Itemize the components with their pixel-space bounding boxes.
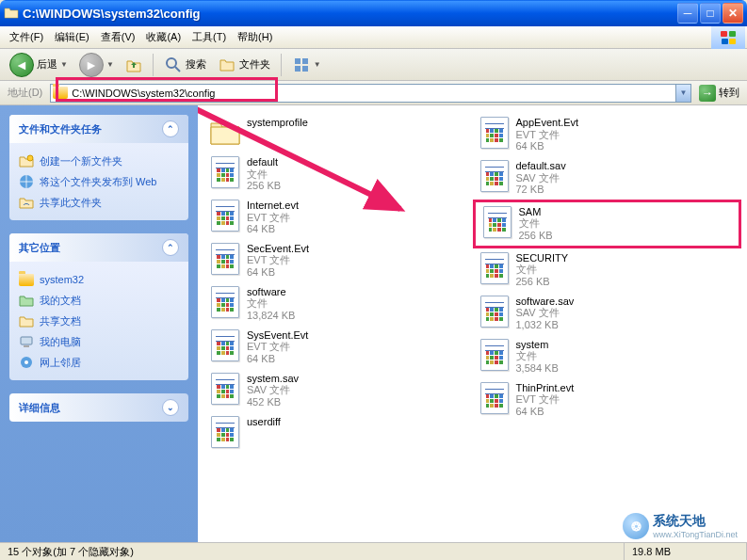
file-item[interactable]: SAM文件256 KB [473,200,742,248]
file-type: EVT 文件 [247,341,308,353]
task-item-2[interactable]: 共享此文件夹 [19,192,179,213]
status-size: 19.8 MB [625,543,747,560]
file-name: system [516,339,559,351]
details-panel: 详细信息 ⌄ [9,393,188,422]
other-item-2[interactable]: 共享文档 [19,311,179,331]
other-item-3[interactable]: 我的电脑 [19,331,179,352]
chevron-down-icon: ▼ [314,60,321,69]
menu-edit[interactable]: 编辑(E) [49,27,95,47]
svg-rect-8 [21,337,32,344]
task-panel-header[interactable]: 文件和文件夹任务 ⌃ [9,115,188,143]
file-type: SAV 文件 [516,172,566,184]
file-icon [480,339,509,371]
file-name: Internet.evt [247,200,299,212]
file-type: 文件 [516,264,569,276]
file-item[interactable]: userdiff [203,412,473,452]
minimize-button[interactable]: ─ [677,3,698,24]
file-item[interactable]: default文件256 KB [203,152,473,196]
task-item-1[interactable]: 将这个文件夹发布到 Web [19,171,179,192]
watermark: ❂ 系统天地 www.XiTongTianDi.net [623,513,738,539]
up-button[interactable] [122,54,146,76]
shared-docs-icon [19,313,34,328]
file-name: systemprofile [247,117,308,129]
statusbar: 15 个对象(加 7 个隐藏对象) 19.8 MB [0,542,747,560]
file-name: SecEvent.Evt [247,243,309,255]
details-header[interactable]: 详细信息 ⌄ [9,393,188,422]
watermark-icon: ❂ [623,513,649,539]
other-item-4[interactable]: 网上邻居 [19,352,179,373]
file-item[interactable]: AppEvent.EvtEVT 文件64 KB [473,113,742,156]
file-item[interactable]: software文件13,824 KB [203,282,473,326]
file-size: 64 KB [516,140,579,152]
menu-view[interactable]: 查看(V) [95,27,141,47]
file-item[interactable]: default.savSAV 文件72 KB [473,156,742,200]
menu-favorites[interactable]: 收藏(A) [140,27,187,47]
file-item[interactable]: Internet.evtEVT 文件64 KB [203,196,473,239]
folders-icon [218,56,236,74]
other-places-panel: 其它位置 ⌃ system32我的文档共享文档我的电脑网上邻居 [9,233,188,380]
other-item-1[interactable]: 我的文档 [19,290,179,311]
file-type: 文件 [516,350,559,362]
my-docs-icon [19,293,34,308]
search-button[interactable]: 搜索 [160,53,210,77]
file-type: EVT 文件 [516,129,579,141]
toolbar: ◄ 后退 ▼ ► ▼ 搜索 文件夹 ▼ [0,49,747,81]
network-icon [19,355,34,370]
file-item[interactable]: SecEvent.EvtEVT 文件64 KB [203,239,473,282]
close-button[interactable]: ✕ [723,3,743,24]
svg-rect-3 [302,58,308,64]
file-icon [211,416,239,448]
file-type: 文件 [247,168,281,181]
menu-file[interactable]: 文件(F) [4,27,49,47]
chevron-up-icon: ⌃ [162,120,179,137]
go-button[interactable]: → 转到 [695,83,743,104]
svg-rect-4 [295,66,300,72]
file-item[interactable]: software.savSAV 文件1,032 KB [473,292,742,335]
svg-line-1 [175,67,180,72]
file-type: SAV 文件 [247,384,299,396]
address-field[interactable]: C:\WINDOWS\system32\config ▼ [50,84,691,103]
task-item-0[interactable]: 创建一个新文件夹 [19,151,179,171]
file-icon [480,296,509,328]
file-item[interactable]: systemprofile [203,113,473,152]
menubar: 文件(F) 编辑(E) 查看(V) 收藏(A) 工具(T) 帮助(H) [0,26,747,49]
file-name: SysEvent.Evt [247,329,308,342]
file-size: 13,824 KB [247,310,295,322]
file-size: 256 KB [519,230,553,242]
file-size: 64 KB [247,266,309,279]
file-name: default.sav [516,160,566,172]
folders-button[interactable]: 文件夹 [214,53,274,77]
other-item-0[interactable]: system32 [19,269,179,290]
menu-help[interactable]: 帮助(H) [232,27,278,47]
file-item[interactable]: system文件3,584 KB [473,335,742,378]
address-dropdown-button[interactable]: ▼ [675,85,690,102]
address-label: 地址(D) [4,86,46,100]
other-places-header[interactable]: 其它位置 ⌃ [9,233,188,262]
file-icon [211,200,239,232]
forward-button[interactable]: ► ▼ [75,50,118,80]
file-item[interactable]: system.savSAV 文件452 KB [203,369,473,412]
views-button[interactable]: ▼ [288,53,325,77]
back-button[interactable]: ◄ 后退 ▼ [6,50,72,80]
file-item[interactable]: SysEvent.EvtEVT 文件64 KB [203,326,473,369]
file-item[interactable]: ThinPrint.evtEVT 文件64 KB [473,378,742,422]
file-icon [480,160,509,192]
chevron-down-icon: ▼ [106,60,114,69]
file-pane[interactable]: systemprofiledefault文件256 KBInternet.evt… [198,105,747,542]
file-icon [480,382,509,414]
titlebar: C:\WINDOWS\system32\config ─ □ ✕ [0,0,747,26]
file-name: software [247,286,295,298]
folder-icon [19,272,34,287]
file-size: 64 KB [516,406,575,418]
sidebar: 文件和文件夹任务 ⌃ 创建一个新文件夹将这个文件夹发布到 Web共享此文件夹 其… [0,105,198,542]
maximize-button[interactable]: □ [700,3,721,24]
folder-icon [53,87,68,99]
svg-rect-2 [295,58,300,64]
back-arrow-icon: ◄ [9,53,34,77]
menu-tools[interactable]: 工具(T) [187,27,232,47]
new-folder-icon [19,153,34,168]
file-icon [211,156,239,188]
chevron-down-icon: ⌄ [162,399,179,416]
file-item[interactable]: SECURITY文件256 KB [473,248,742,292]
file-type: EVT 文件 [247,212,299,224]
